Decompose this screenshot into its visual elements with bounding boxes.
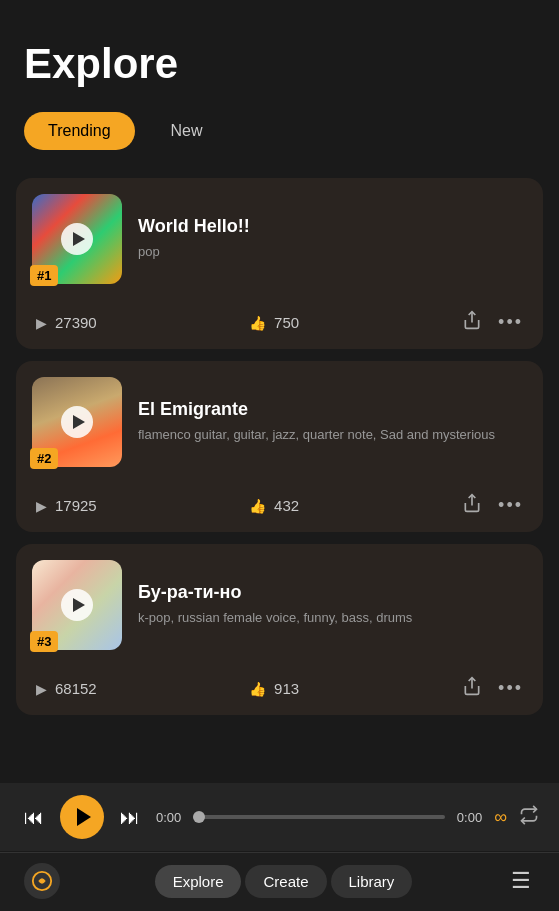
track-info-3: Бу-ра-ти-но k-pop, russian female voice,… [138,582,527,627]
play-triangle-3 [73,598,85,612]
time-end: 0:00 [457,810,482,825]
plays-group-3: ▶ 68152 [36,680,249,697]
play-icon-2: ▶ [36,498,47,514]
track-card-1: #1 World Hello!! pop ▶ 27390 👍 750 [16,178,543,349]
like-icon-3: 👍 [249,681,266,697]
track-title-3: Бу-ра-ти-но [138,582,527,603]
bottom-nav: Explore Create Library ☰ [0,852,559,911]
plays-group-2: ▶ 17925 [36,497,249,514]
likes-group-2: 👍 432 [249,497,462,514]
track-thumb-wrap-3: #3 [32,560,122,650]
rank-badge-2: #2 [30,448,58,469]
tracks-list: #1 World Hello!! pop ▶ 27390 👍 750 [0,170,559,723]
track-card-2: #2 El Emigrante flamenco guitar, guitar,… [16,361,543,532]
share-icon-1[interactable] [462,310,482,335]
player-bar: ⏮ ⏭ 0:00 0:00 ∞ [0,783,559,851]
track-bottom-1: ▶ 27390 👍 750 ••• [16,300,543,349]
nav-explore-button[interactable]: Explore [155,865,242,898]
track-title-1: World Hello!! [138,216,527,237]
app-logo [24,863,60,899]
track-thumb-wrap-1: #1 [32,194,122,284]
like-count-2: 432 [274,497,299,514]
progress-dot [193,811,205,823]
skip-prev-button[interactable]: ⏮ [20,802,48,833]
track-info-1: World Hello!! pop [138,216,527,261]
track-top-2: #2 El Emigrante flamenco guitar, guitar,… [16,361,543,483]
track-bottom-2: ▶ 17925 👍 432 ••• [16,483,543,532]
hamburger-menu-button[interactable]: ☰ [507,864,535,898]
play-icon-3: ▶ [36,681,47,697]
likes-group-3: 👍 913 [249,680,462,697]
track-top-1: #1 World Hello!! pop [16,178,543,300]
play-main-icon [77,808,91,826]
tab-trending[interactable]: Trending [24,112,135,150]
tabs-container: Trending New [0,104,559,170]
play-count-1: 27390 [55,314,97,331]
rank-badge-1: #1 [30,265,58,286]
play-overlay-2[interactable] [61,406,93,438]
track-tags-3: k-pop, russian female voice, funny, bass… [138,609,527,627]
share-icon-2[interactable] [462,493,482,518]
like-count-1: 750 [274,314,299,331]
track-bottom-3: ▶ 68152 👍 913 ••• [16,666,543,715]
play-overlay-3[interactable] [61,589,93,621]
track-tags-2: flamenco guitar, guitar, jazz, quarter n… [138,426,527,444]
nav-library-button[interactable]: Library [331,865,413,898]
play-main-button[interactable] [60,795,104,839]
track-thumb-wrap-2: #2 [32,377,122,467]
track-top-3: #3 Бу-ра-ти-но k-pop, russian female voi… [16,544,543,666]
page-title: Explore [24,40,535,88]
skip-next-button[interactable]: ⏭ [116,802,144,833]
like-count-3: 913 [274,680,299,697]
more-icon-3[interactable]: ••• [498,678,523,699]
play-count-3: 68152 [55,680,97,697]
track-info-2: El Emigrante flamenco guitar, guitar, ja… [138,399,527,444]
likes-group-1: 👍 750 [249,314,462,331]
share-icon-3[interactable] [462,676,482,701]
time-start: 0:00 [156,810,181,825]
infinity-button[interactable]: ∞ [494,807,507,828]
loop-button[interactable] [519,805,539,829]
plays-group-1: ▶ 27390 [36,314,249,331]
play-count-2: 17925 [55,497,97,514]
play-icon-1: ▶ [36,315,47,331]
play-triangle-1 [73,232,85,246]
progress-bar[interactable] [193,815,445,819]
nav-create-button[interactable]: Create [245,865,326,898]
track-tags-1: pop [138,243,527,261]
page-header: Explore [0,0,559,104]
track-card-3: #3 Бу-ра-ти-но k-pop, russian female voi… [16,544,543,715]
rank-badge-3: #3 [30,631,58,652]
like-icon-2: 👍 [249,498,266,514]
more-icon-1[interactable]: ••• [498,312,523,333]
play-overlay-1[interactable] [61,223,93,255]
track-title-2: El Emigrante [138,399,527,420]
like-icon-1: 👍 [249,315,266,331]
more-icon-2[interactable]: ••• [498,495,523,516]
nav-tabs: Explore Create Library [155,865,413,898]
tab-new[interactable]: New [147,112,227,150]
play-triangle-2 [73,415,85,429]
